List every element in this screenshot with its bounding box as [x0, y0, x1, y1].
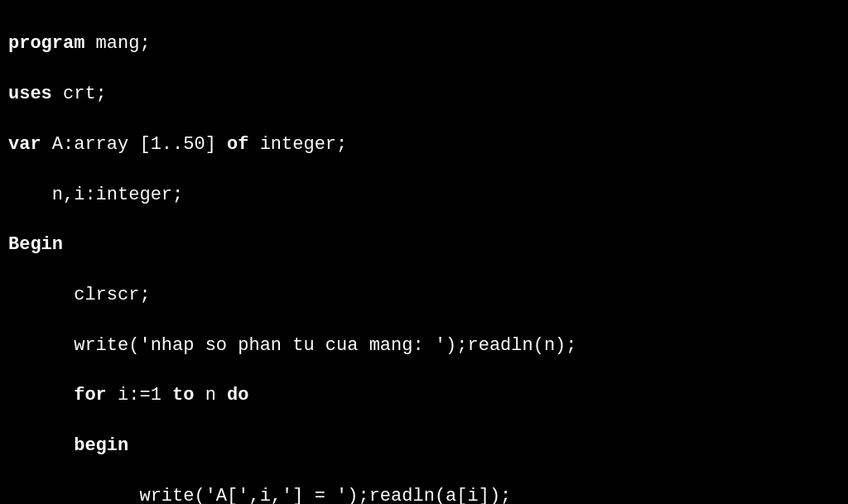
code-line: var A:array [1..50] of integer; [8, 132, 840, 157]
keyword-begin-main: Begin [8, 234, 63, 255]
keyword-var: var [8, 134, 41, 155]
code-text: A:array [1..50] of integer; [41, 134, 348, 155]
keyword-program: program [8, 33, 84, 54]
keyword-uses: uses [8, 84, 52, 104]
code-editor: program mang; uses crt; var A:array [1..… [0, 0, 848, 504]
code-line: Begin [8, 233, 840, 257]
code-text: clrscr; [8, 285, 151, 305]
code-line: for i:=1 to n do [8, 383, 840, 408]
code-text: begin [8, 435, 128, 456]
code-line: write('A[',i,'] = ');readln(a[i]); [8, 484, 840, 504]
code-line: begin [8, 434, 840, 458]
code-text: crt; [52, 84, 107, 104]
code-line: write('nhap so phan tu cua mang: ');read… [8, 334, 840, 358]
code-line: uses crt; [8, 82, 840, 107]
code-text: write('A[',i,'] = ');readln(a[i]); [8, 486, 511, 504]
code-line: program mang; [8, 31, 840, 56]
code-line: n,i:integer; [8, 183, 840, 208]
code-line: clrscr; [8, 283, 840, 308]
code-text: mang; [84, 33, 150, 54]
code-text: for i:=1 to n do [8, 385, 248, 406]
code-text: n,i:integer; [8, 185, 183, 205]
code-text: write('nhap so phan tu cua mang: ');read… [8, 335, 577, 356]
